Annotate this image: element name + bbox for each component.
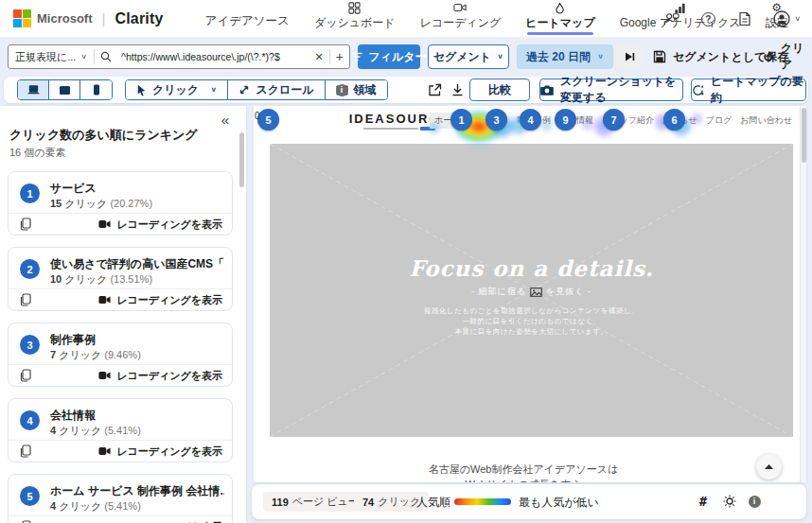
account-menu[interactable]: ∨	[773, 10, 801, 27]
rank-badge: 2	[20, 259, 40, 279]
legend-high-label: 人気順	[416, 495, 450, 511]
collapse-sidebar-icon[interactable]: «	[221, 112, 229, 128]
ranking-card-5[interactable]: 5 ホーム サービス 制作事例 会社情... 4 クリック (5.41%) レコ…	[8, 474, 233, 523]
heatmap-scrollbar[interactable]	[800, 106, 806, 482]
element-title: 使い易さで評判の高い国産CMS「...	[50, 256, 224, 272]
click-numbers-toggle-icon[interactable]: #	[695, 493, 712, 510]
heatmap-status-bar: 119ページ ビュー 74クリック 人気順 最も人気が低い # i	[252, 484, 806, 519]
url-input[interactable]	[121, 51, 309, 62]
rank-badge: 5	[20, 486, 40, 506]
hero-subtitle: - 細部に宿る を見抜く -	[270, 286, 793, 298]
view-recordings-link[interactable]: レコーディングを表示	[98, 520, 222, 523]
heatmap-opacity-icon[interactable]	[721, 493, 738, 510]
ranking-card-4[interactable]: 4 会社情報 4 クリック (5.41%) レコーディングを表示	[8, 398, 233, 462]
copy-icon[interactable]	[20, 293, 31, 306]
clear-url-icon[interactable]: ✕	[309, 51, 329, 63]
nav-dashboard[interactable]: ダッシュボード	[314, 2, 396, 35]
device-mobile-button[interactable]	[80, 80, 112, 99]
chevron-down-icon: ∨	[794, 15, 801, 23]
view-recordings-link[interactable]: レコーディングを表示	[98, 369, 222, 383]
caret-up-icon	[764, 463, 774, 470]
video-camera-icon	[98, 295, 111, 305]
heatmap-summary-button[interactable]: ヒートマップの要約	[691, 78, 806, 101]
site-nav-item: お問い合わせ	[740, 114, 792, 129]
hero-paragraph: 複雑化したものごとを取捨選択しながらコンテンツを構築し、 一時的に目を引くだけの…	[270, 305, 793, 337]
sidebar-scrollbar[interactable]	[239, 132, 244, 187]
change-screenshot-button[interactable]: スクリーンショットを変更する	[539, 78, 683, 101]
flame-icon	[555, 2, 565, 14]
camera-icon	[540, 84, 554, 96]
hero-image-placeholder: Focus on a details. - 細部に宿る を見抜く - 複雑化した…	[270, 144, 793, 437]
heatmap-viewport[interactable]: 0 IDEASOURCE ホーム サービス 制作事例 会社情報 スタッフ紹介 お…	[254, 106, 806, 482]
hero-text: Focus on a details. - 細部に宿る を見抜く - 複雑化した…	[270, 255, 793, 337]
rank-marker[interactable]: 5	[257, 109, 279, 131]
mode-click-dropdown[interactable]: クリック ∨	[126, 80, 228, 99]
ranking-card-1[interactable]: 1 サービス 15 クリック (20.27%) レコーディングを表示	[8, 171, 233, 235]
feedback-icon[interactable]	[662, 10, 680, 27]
rank-marker[interactable]: 4	[520, 109, 541, 131]
copy-icon[interactable]	[20, 218, 31, 231]
brand[interactable]: Microsoft | Clarity	[13, 9, 164, 27]
laptop-icon	[26, 84, 41, 96]
video-camera-icon	[98, 371, 111, 380]
segment-button[interactable]: セグメント ∨	[428, 44, 509, 69]
filter-button[interactable]: フィルター	[358, 44, 420, 69]
clear-filters-button[interactable]: ↺ クリア	[763, 44, 812, 69]
device-toggle-group	[17, 79, 113, 100]
nav-heatmaps[interactable]: ヒートマップ	[525, 2, 594, 35]
download-icon[interactable]	[449, 81, 466, 98]
tablet-icon	[59, 85, 71, 96]
view-recordings-link[interactable]: レコーディングを表示	[98, 293, 222, 307]
clarity-app: Microsoft | Clarity アイデアソース ダッシュボード レコーデ…	[0, 0, 812, 523]
view-recordings-link[interactable]: レコーディングを表示	[98, 445, 222, 459]
share-icon[interactable]	[426, 81, 443, 98]
copy-icon[interactable]	[20, 369, 31, 382]
copy-icon[interactable]	[20, 445, 31, 458]
heatmap-toolbar: クリック ∨ スクロール 領域 i 比較 スクリーン	[4, 77, 808, 103]
mode-info-icon[interactable]: i	[333, 81, 350, 98]
match-type-dropdown[interactable]: 正規表現に... ∨	[9, 50, 94, 64]
sidebar-title: クリック数の多い順にランキング	[9, 127, 198, 144]
chevron-down-icon: ∨	[497, 53, 503, 61]
project-selector[interactable]: アイデアソース	[205, 13, 290, 35]
phone-icon	[93, 84, 100, 96]
scroll-to-top-button[interactable]	[756, 454, 782, 479]
legend-gradient	[454, 498, 511, 505]
add-filter-icon[interactable]: +	[330, 49, 349, 64]
click-count: 15 クリック (20.27%)	[50, 197, 152, 211]
rank-marker[interactable]: 9	[555, 109, 576, 131]
rank-marker[interactable]: 7	[603, 109, 625, 131]
dashboard-grid-icon	[348, 2, 361, 14]
rank-marker[interactable]: 6	[663, 109, 685, 131]
rank-badge: 4	[20, 410, 40, 430]
element-title: サービス	[50, 181, 224, 197]
ranking-card-3[interactable]: 3 制作事例 7 クリック (9.46%) レコーディングを表示	[8, 323, 233, 387]
device-desktop-button[interactable]	[18, 80, 49, 99]
help-icon[interactable]: ?	[699, 10, 716, 27]
rank-marker[interactable]: 3	[485, 109, 507, 131]
device-tablet-button[interactable]	[49, 80, 80, 99]
rank-badge: 1	[20, 183, 40, 203]
rank-marker[interactable]: 1	[450, 109, 472, 131]
save-icon	[653, 50, 666, 63]
brand-divider: |	[102, 10, 106, 26]
mode-scroll-button[interactable]: スクロール	[228, 80, 325, 99]
play-date-range-button[interactable]	[617, 44, 642, 69]
cursor-icon	[136, 84, 147, 96]
nav-recordings[interactable]: レコーディング	[420, 2, 502, 35]
top-navbar: Microsoft | Clarity アイデアソース ダッシュボード レコーデ…	[0, 0, 812, 38]
compare-button[interactable]: 比較	[469, 78, 530, 101]
scroll-depth-zero: 0	[255, 111, 260, 121]
date-range-dropdown[interactable]: 過去 20 日間 ∨	[517, 44, 613, 69]
sparkle-refresh-icon	[692, 84, 704, 96]
play-icon	[624, 51, 635, 62]
view-recordings-link[interactable]: レコーディングを表示	[98, 218, 222, 232]
click-count: 10 クリック (13.51%)	[50, 272, 152, 287]
sidebar-subtitle: 16 個の要素	[9, 146, 66, 160]
url-filter-group: 正規表現に... ∨ ✕ +	[8, 44, 350, 69]
legend-low-label: 最も人気が低い	[519, 495, 599, 511]
release-notes-icon[interactable]	[736, 10, 753, 27]
legend-info-icon[interactable]: i	[746, 493, 763, 510]
ranking-card-2[interactable]: 2 使い易さで評判の高い国産CMS「... 10 クリック (13.51%) レ…	[8, 247, 233, 311]
chevron-down-icon: ∨	[597, 53, 604, 61]
